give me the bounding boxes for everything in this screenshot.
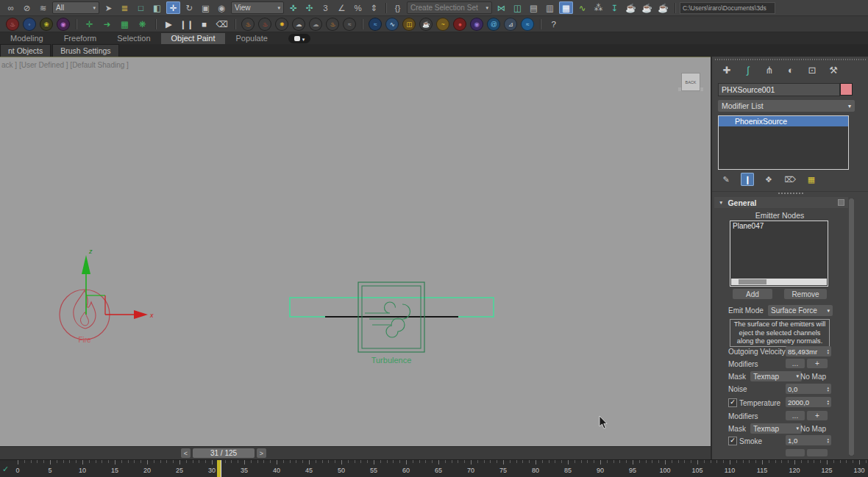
modifier-stack[interactable]: PhoenixSource <box>718 115 849 170</box>
force-icon[interactable]: ✛ <box>82 18 96 30</box>
edit-named-selection-sets-icon[interactable]: {} <box>391 1 405 14</box>
phoenix-liquid-simulator-icon[interactable]: ◦ <box>23 18 36 31</box>
temperature-mask-type-dropdown[interactable]: Texmap <box>750 423 802 434</box>
preset-blood-icon[interactable]: ● <box>453 18 466 31</box>
pause-simulation-button[interactable]: ❙❙ <box>179 18 193 30</box>
use-pivot-point-center-icon[interactable]: ◉ <box>215 1 229 14</box>
grid-helper-icon[interactable]: ▦ <box>118 18 132 30</box>
object-name-field[interactable]: PHXSource001 <box>718 83 840 96</box>
schematic-view-icon[interactable]: ⁂ <box>591 1 605 14</box>
emitter-nodes-list[interactable]: Plane047 <box>730 220 828 287</box>
toggle-layer-explorer-icon[interactable]: ▤ <box>527 1 541 14</box>
preset-smoke-icon[interactable]: ☁ <box>292 18 305 31</box>
smoke-spinner[interactable]: 1,0 <box>786 435 831 445</box>
mirror-icon[interactable]: ⋈ <box>494 1 508 14</box>
pin-stack-icon[interactable]: ✎ <box>719 173 733 186</box>
utilities-tab-icon[interactable]: ⚒ <box>826 63 841 76</box>
outgoing-velocity-spinner[interactable]: 85,493mr <box>786 346 831 356</box>
viewport-label[interactable]: ack ] [User Defined ] [Default Shading ] <box>1 61 129 69</box>
modifier-stack-item[interactable]: PhoenixSource <box>719 116 848 126</box>
phoenix-logo-icon[interactable]: ◉ <box>57 18 70 31</box>
object-color-swatch[interactable] <box>840 83 853 96</box>
toggle-ribbon-icon[interactable]: ▥ <box>543 1 557 14</box>
ribbon-tab-populate[interactable]: Populate <box>225 33 277 44</box>
create-tab-icon[interactable]: ✚ <box>719 63 734 76</box>
named-selection-sets-dropdown[interactable]: Create Selection Set▾ <box>407 1 492 14</box>
material-editor-icon[interactable]: ↧ <box>608 1 622 14</box>
selected-plane-wireframe[interactable] <box>290 298 494 317</box>
render-production-icon[interactable]: ☕ <box>656 1 670 14</box>
stop-simulation-button[interactable]: ■ <box>197 18 211 30</box>
select-object-icon[interactable]: ➤ <box>102 1 115 14</box>
spinner-arrows-icon[interactable] <box>827 386 829 392</box>
preset-ship-icon[interactable]: ⊿ <box>504 18 517 31</box>
scrollbar-thumb[interactable] <box>739 279 766 284</box>
viewcube[interactable]: BACK <box>681 73 700 91</box>
delete-simulation-button[interactable]: ⌫ <box>215 18 229 30</box>
render-setup-icon[interactable]: ☕ <box>624 1 638 14</box>
clipped-button[interactable] <box>807 449 828 456</box>
scrollbar-thumb[interactable] <box>849 198 854 456</box>
select-and-move-icon[interactable]: ✛ <box>166 1 180 14</box>
curve-editor-icon[interactable]: ∿ <box>575 1 589 14</box>
panel-scrollbar[interactable] <box>849 198 854 456</box>
spinner-snap-icon[interactable]: ⇕ <box>367 1 381 14</box>
panel-drag-handle[interactable] <box>715 59 867 60</box>
select-and-link-icon[interactable]: ∞ <box>4 1 18 14</box>
fire-circle[interactable] <box>60 290 110 340</box>
reference-coordinate-system-dropdown[interactable]: View▾ <box>231 1 284 14</box>
smoke-checkbox[interactable] <box>728 437 737 445</box>
spinner-arrows-icon[interactable] <box>827 437 829 443</box>
temperature-mask-map-button[interactable]: No Map <box>800 425 826 433</box>
motion-tab-icon[interactable]: ◐ <box>783 63 798 76</box>
preset-honey-icon[interactable]: ~ <box>436 18 449 31</box>
ribbon-tab-object-paint[interactable]: Object Paint <box>161 33 226 44</box>
previous-frame-button[interactable]: < <box>181 448 191 458</box>
ribbon-subtab-brush-settings[interactable]: Brush Settings <box>52 44 118 57</box>
preset-candle-icon[interactable]: ♨ <box>258 18 271 31</box>
viewport[interactable]: ack ] [User Defined ] [Default Shading ]… <box>0 57 711 447</box>
track-bar[interactable]: ✓ 05101520253035404550556065707580859095… <box>0 459 868 477</box>
clipped-button[interactable] <box>786 449 805 456</box>
percent-snap-icon[interactable]: % <box>351 1 365 14</box>
configure-modifier-sets-icon[interactable]: ▦ <box>805 173 818 186</box>
preset-burner-icon[interactable]: ♨ <box>326 18 339 31</box>
align-icon[interactable]: ◫ <box>511 1 524 14</box>
make-unique-icon[interactable]: ❖ <box>762 173 775 186</box>
emit-mode-dropdown[interactable]: Surface Force <box>768 305 833 316</box>
show-end-result-icon[interactable]: ❙ <box>741 173 754 186</box>
start-simulation-button[interactable]: ▶ <box>162 18 176 30</box>
hierarchy-tab-icon[interactable]: ⋔ <box>762 63 777 76</box>
ribbon-minimize-button[interactable] <box>288 34 310 43</box>
window-crossing-icon[interactable]: ◧ <box>150 1 164 14</box>
preset-splash-icon[interactable]: ≈ <box>369 18 382 31</box>
turbulence-helper-icon[interactable]: ❋ <box>135 18 149 30</box>
current-frame-display[interactable]: 31 / 125 <box>193 448 255 458</box>
select-and-rotate-icon[interactable]: ↻ <box>182 1 196 14</box>
temperature-modifiers-add-button[interactable]: + <box>807 411 828 420</box>
select-and-scale-icon[interactable]: ▣ <box>199 1 213 14</box>
fire-object[interactable]: z x Fire <box>51 245 156 351</box>
turbulence-object[interactable]: Turbulence <box>287 278 502 367</box>
rendered-frame-window-icon[interactable]: ☕ <box>640 1 654 14</box>
display-tab-icon[interactable]: ⊡ <box>805 63 819 76</box>
velocity-mask-map-button[interactable]: No Map <box>800 373 826 381</box>
current-frame-marker[interactable] <box>217 460 221 477</box>
velocity-modifiers-browse-button[interactable]: ... <box>786 359 805 368</box>
spinner-arrows-icon[interactable] <box>827 399 829 405</box>
add-emitter-button[interactable]: Add <box>733 289 772 299</box>
snaps-toggle-icon[interactable]: 3 <box>319 1 332 14</box>
next-frame-button[interactable]: > <box>257 448 266 458</box>
modify-tab-icon[interactable]: ∫ <box>741 63 755 76</box>
select-and-manipulate-icon[interactable]: ✜ <box>286 1 300 14</box>
emitter-node-item[interactable]: Plane047 <box>730 221 828 231</box>
phoenix-fire-simulator-icon[interactable]: ♨ <box>6 18 19 31</box>
velocity-modifiers-add-button[interactable]: + <box>807 359 828 368</box>
preset-ocean-icon[interactable]: ≈ <box>521 18 534 31</box>
phoenix-help-icon[interactable]: ? <box>547 18 561 30</box>
rollout-pin-icon[interactable] <box>838 199 844 206</box>
temperature-modifiers-browse-button[interactable]: ... <box>786 411 805 420</box>
project-path-field[interactable]: C:\Users\iraro\Documents\3ds <box>680 2 775 14</box>
ribbon-tab-freeform[interactable]: Freeform <box>54 33 107 44</box>
remove-emitter-button[interactable]: Remove <box>784 289 827 299</box>
